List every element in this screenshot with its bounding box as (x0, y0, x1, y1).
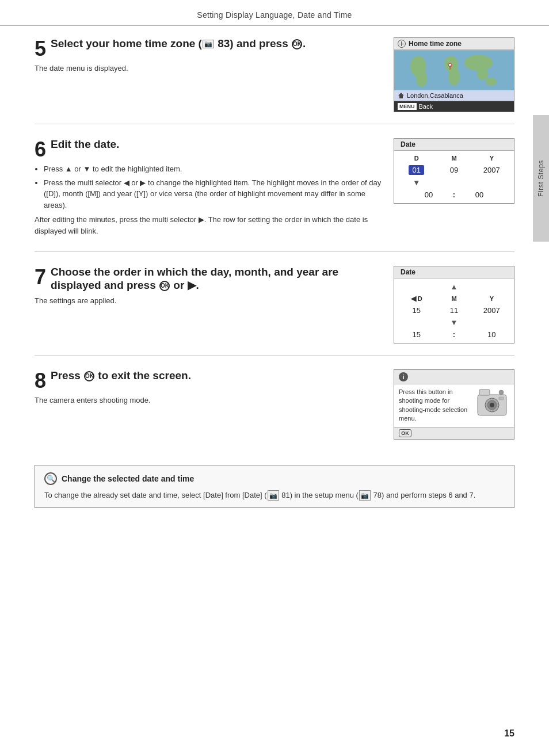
step-7-number: 7 (35, 267, 46, 288)
note-icon: 🔍 (44, 472, 57, 485)
ok-symbol-7: OK (159, 281, 170, 291)
arrow-down-7: ▼ (435, 316, 472, 329)
date-7-arrows-up: ▲ (398, 281, 510, 293)
date-7-values: 15 11 2007 (398, 304, 510, 316)
step-7-screen: Date ▲ ◀ D (394, 266, 514, 343)
val-y-7: 2007 (473, 304, 510, 316)
note-body-text: To change the already set date and time,… (44, 491, 475, 499)
date-6-body: D M Y 01 09 2007 ▼ (394, 151, 514, 203)
date-6-time: 00 : 00 (398, 189, 510, 201)
page: Setting Display Language, Date and Time … (0, 0, 549, 756)
col-m-6: M (435, 153, 472, 163)
step-8-left: 8 Press OK to exit the screen. The camer… (35, 369, 394, 440)
ok-symbol-8: OK (84, 371, 94, 381)
step-5-screen: Home time zone (394, 37, 514, 112)
svg-point-14 (490, 403, 494, 407)
step-6-heading: 6 Edit the date. (35, 138, 382, 160)
step-7-text: The settings are applied. (35, 295, 382, 307)
time-sep-6: : (435, 189, 472, 201)
date-6-values: 01 09 2007 (398, 163, 510, 177)
svg-point-6 (477, 68, 489, 80)
ref-78: 📷 (359, 490, 371, 501)
date-screen-7: Date ▲ ◀ D (394, 266, 514, 343)
time-sep-7: : (435, 329, 472, 341)
step-6-left: 6 Edit the date. Press ▲ or ▼ to edit th… (35, 138, 394, 240)
screen-5-header: Home time zone (394, 38, 514, 50)
arrow-up-7: ▲ (435, 281, 472, 293)
home-icon (398, 92, 405, 99)
svg-rect-15 (479, 390, 490, 395)
note-title-text: Change the selected date and time (62, 474, 194, 483)
screen-5-location: London,Casablanca (394, 90, 514, 101)
page-header: Setting Display Language, Date and Time (0, 0, 549, 26)
step-6-text: After editing the minutes, press the mul… (35, 214, 382, 236)
date-7-header-row: ◀ D M Y (398, 293, 510, 304)
svg-point-5 (464, 55, 493, 71)
info-box-footer: OK (394, 427, 514, 439)
val-m-7: 11 (435, 304, 472, 316)
map-svg (394, 50, 514, 90)
ok-symbol-5: OK (292, 39, 302, 49)
bottom-note: 🔍 Change the selected date and time To c… (35, 465, 514, 509)
date-6-arrows: ▼ (398, 177, 510, 189)
date-7-time: 15 : 10 (398, 329, 510, 341)
step-8-heading: 8 Press OK to exit the screen. (35, 369, 382, 391)
date-7-table: ▲ ◀ D M Y (398, 281, 510, 341)
val-d-6: 01 (398, 163, 435, 177)
step-6-bullet-2: Press the multi selector ◀ or ▶ to chang… (44, 177, 382, 211)
screen-5-menu: MENU Back (394, 101, 514, 112)
info-box-8: i Press this button in shooting mode for… (394, 369, 514, 440)
step-7-title: Choose the order in which the day, month… (51, 266, 382, 292)
step-5-title: Select your home time zone (📷 83) and pr… (51, 37, 306, 50)
note-body: To change the already set date and time,… (44, 490, 505, 501)
info-icon: i (399, 372, 408, 381)
page-number: 15 (504, 728, 514, 739)
main-content: 5 Select your home time zone (📷 83) and … (0, 26, 549, 543)
date-7-body: ▲ ◀ D M Y (394, 278, 514, 343)
col-d-6: D (398, 153, 435, 163)
time-h-6: 00 (398, 189, 435, 201)
screen-box-5: Home time zone (394, 37, 514, 112)
note-title: 🔍 Change the selected date and time (44, 472, 505, 485)
date-7-header: Date (394, 266, 514, 278)
col-d-7: ◀ D (398, 293, 435, 304)
camera-drawing (475, 388, 509, 419)
plus-icon-5 (398, 40, 406, 48)
svg-point-16 (499, 390, 504, 395)
svg-point-2 (416, 71, 428, 87)
info-box-header: i (394, 370, 514, 384)
info-box-body: Press this button in shooting mode for s… (394, 384, 514, 427)
col-m-7: M (435, 293, 472, 304)
camera-svg (475, 388, 509, 419)
step-5-heading: 5 Select your home time zone (📷 83) and … (35, 37, 382, 59)
step-8-title: Press OK to exit the screen. (51, 369, 191, 382)
ok-btn-footer[interactable]: OK (399, 429, 411, 437)
date-7-arrows-down: ▼ (398, 316, 510, 329)
step-6-screen: Date D M Y 01 09 2007 (394, 138, 514, 240)
step-8-screen: i Press this button in shooting mode for… (394, 369, 514, 440)
side-label: First Steps (533, 115, 549, 242)
svg-point-4 (448, 67, 460, 86)
time-m-7: 10 (473, 329, 510, 341)
time-h-7: 15 (398, 329, 435, 341)
val-y-6: 2007 (473, 163, 510, 177)
date-6-header: Date (394, 139, 514, 151)
step-7-heading: 7 Choose the order in which the day, mon… (35, 266, 382, 292)
step-5-text: The date menu is displayed. (35, 63, 382, 74)
step-7: 7 Choose the order in which the day, mon… (35, 266, 514, 356)
ref-icon-83: 📷 (203, 40, 214, 48)
svg-rect-17 (499, 397, 504, 400)
svg-point-7 (485, 78, 497, 86)
step-8-body: The camera enters shooting mode. (35, 395, 382, 406)
step-6: 6 Edit the date. Press ▲ or ▼ to edit th… (35, 138, 514, 252)
step-8-text: The camera enters shooting mode. (35, 395, 382, 406)
step-6-body: Press ▲ or ▼ to edit the highlighted ite… (35, 163, 382, 236)
step-5: 5 Select your home time zone (📷 83) and … (35, 37, 514, 124)
arrow-down-6: ▼ (398, 177, 435, 189)
col-y-7: Y (473, 293, 510, 304)
date-screen-6: Date D M Y 01 09 2007 (394, 138, 514, 204)
date-6-header-row: D M Y (398, 153, 510, 163)
val-d-7: 15 (398, 304, 435, 316)
step-7-left: 7 Choose the order in which the day, mon… (35, 266, 394, 343)
ref-81: 📷 (268, 490, 279, 501)
